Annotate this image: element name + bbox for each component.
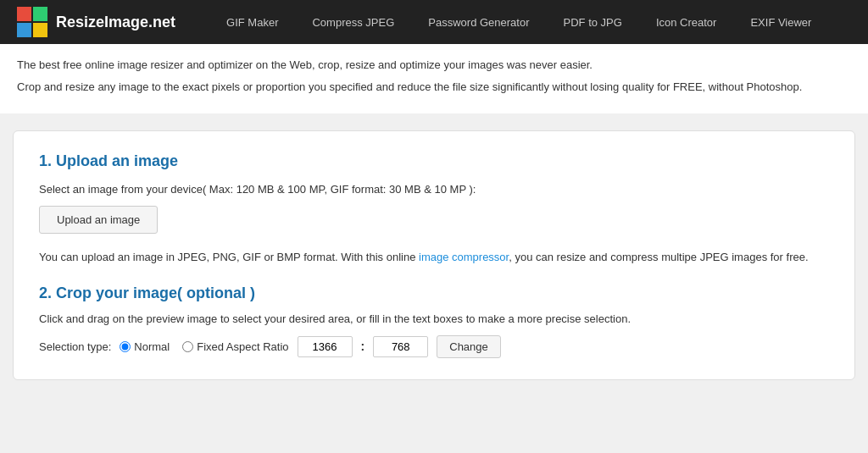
tool-section: 1. Upload an image Select an image from … [13,130,855,380]
crop-section: 2. Crop your image( optional ) Click and… [39,285,829,358]
logo-text: ResizeImage.net [56,14,175,31]
header: ResizeImage.net GIF Maker Compress JPEG … [0,0,868,44]
nav-item-compress-jpeg[interactable]: Compress JPEG [295,0,411,44]
width-input[interactable] [298,336,353,357]
upload-note-after: , you can resize and compress multipe JP… [509,251,808,263]
upload-note-before: You can upload an image in JPEG, PNG, GI… [39,251,419,263]
upload-button[interactable]: Upload an image [39,206,158,234]
logo-area: ResizeImage.net [17,7,175,37]
select-label: Select an image from your device( Max: 1… [39,183,829,196]
logo-icon [17,7,47,37]
intro-line2: Crop and resize any image to the exact p… [17,79,851,97]
page-wrapper: ResizeImage.net GIF Maker Compress JPEG … [0,0,868,453]
crop-heading: 2. Crop your image( optional ) [39,285,829,302]
nav-item-icon-creator[interactable]: Icon Creator [639,0,734,44]
image-compressor-link[interactable]: image compressor [419,251,509,263]
intro-section: The best free online image resizer and o… [0,44,868,113]
main-nav: GIF Maker Compress JPEG Password Generat… [209,0,851,44]
colon-separator: : [361,340,365,353]
radio-fixed-input[interactable] [182,341,193,352]
nav-item-exif-viewer[interactable]: EXIF Viewer [733,0,828,44]
upload-note: You can upload an image in JPEG, PNG, GI… [39,251,829,263]
height-input[interactable] [373,336,428,357]
crop-instructions: Click and drag on the preview image to s… [39,312,829,325]
radio-fixed-label[interactable]: Fixed Aspect Ratio [182,340,288,353]
radio-normal-input[interactable] [120,341,131,352]
selection-type-label: Selection type: [39,340,111,353]
radio-fixed-text: Fixed Aspect Ratio [197,340,288,353]
intro-line1: The best free online image resizer and o… [17,57,851,75]
nav-item-gif-maker[interactable]: GIF Maker [209,0,295,44]
change-button[interactable]: Change [437,335,501,358]
upload-heading: 1. Upload an image [39,152,829,170]
radio-normal-label[interactable]: Normal [120,340,170,353]
nav-item-password-generator[interactable]: Password Generator [411,0,546,44]
radio-normal-text: Normal [134,340,170,353]
nav-item-pdf-to-jpg[interactable]: PDF to JPG [547,0,639,44]
selection-row: Selection type: Normal Fixed Aspect Rati… [39,335,829,358]
radio-group: Normal Fixed Aspect Ratio [120,340,288,353]
